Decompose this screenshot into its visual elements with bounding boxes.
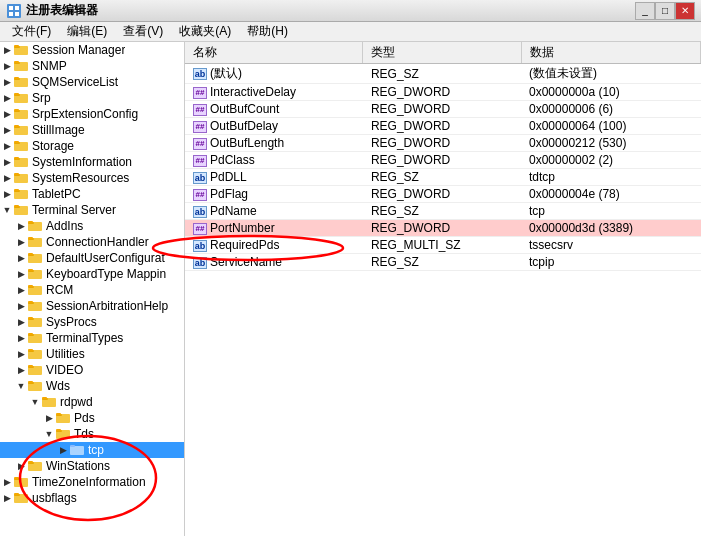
table-row[interactable]: ##InteractiveDelay REG_DWORD 0x0000000a … [185,84,701,101]
tree-item-terminaltypes[interactable]: ▶ TerminalTypes [0,330,184,346]
reg-name: ##PdFlag [185,186,363,203]
menu-view[interactable]: 查看(V) [115,22,171,41]
reg-name: ab(默认) [185,64,363,84]
table-row[interactable]: abPdName REG_SZ tcp [185,203,701,220]
tree-item-defaultuserconfig[interactable]: ▶ DefaultUserConfigurat [0,250,184,266]
tree-arrow-utilities[interactable]: ▶ [14,349,28,359]
table-row[interactable]: ab(默认) REG_SZ (数值未设置) [185,64,701,84]
table-row[interactable]: ##OutBufCount REG_DWORD 0x00000006 (6) [185,101,701,118]
tree-arrow-rdpwd[interactable]: ▼ [28,397,42,407]
menu-edit[interactable]: 编辑(E) [59,22,115,41]
svg-rect-37 [14,205,19,207]
tree-panel[interactable]: ▶ Session Manager▶ SNMP▶ SQMServiceList▶… [0,42,185,536]
tree-arrow-systemresources[interactable]: ▶ [0,173,14,183]
tree-arrow-systeminformation[interactable]: ▶ [0,157,14,167]
tree-arrow-timezoneinformation[interactable]: ▶ [0,477,14,487]
svg-rect-91 [14,493,19,495]
tree-arrow-srp[interactable]: ▶ [0,93,14,103]
table-row[interactable]: abRequiredPds REG_MULTI_SZ tssecsrv [185,237,701,254]
folder-icon-sysprocs [28,315,44,329]
tree-arrow-defaultuserconfig[interactable]: ▶ [14,253,28,263]
svg-rect-22 [14,125,19,127]
tree-item-rdpwd[interactable]: ▼ rdpwd [0,394,184,410]
tree-arrow-tcp[interactable]: ▶ [56,445,70,455]
tree-item-winstations[interactable]: ▶ WinStations [0,458,184,474]
tree-arrow-addins[interactable]: ▶ [14,221,28,231]
tree-item-tds[interactable]: ▼ Tds [0,426,184,442]
tree-item-systemresources[interactable]: ▶ SystemResources [0,170,184,186]
reg-name: ##OutBufCount [185,101,363,118]
tree-item-sysprocs[interactable]: ▶ SysProcs [0,314,184,330]
table-row[interactable]: ##OutBufLength REG_DWORD 0x00000212 (530… [185,135,701,152]
tree-arrow-rcm[interactable]: ▶ [14,285,28,295]
tree-arrow-winstations[interactable]: ▶ [14,461,28,471]
table-row[interactable]: ##PdFlag REG_DWORD 0x0000004e (78) [185,186,701,203]
tree-arrow-srpextensionconfig[interactable]: ▶ [0,109,14,119]
folder-icon-systemresources [14,171,30,185]
table-row[interactable]: ##PdClass REG_DWORD 0x00000002 (2) [185,152,701,169]
tree-arrow-snmp[interactable]: ▶ [0,61,14,71]
dword-icon: ## [193,189,207,201]
tree-item-terminal-server[interactable]: ▼ Terminal Server [0,202,184,218]
tree-label-connectionhandler: ConnectionHandler [46,235,149,249]
tree-item-stillimage[interactable]: ▶ StillImage [0,122,184,138]
tree-item-storage[interactable]: ▶ Storage [0,138,184,154]
tree-item-rcm[interactable]: ▶ RCM [0,282,184,298]
dword-icon: ## [193,138,207,150]
tree-item-timezoneinformation[interactable]: ▶ TimeZoneInformation [0,474,184,490]
tree-item-addins[interactable]: ▶ AddIns [0,218,184,234]
minimize-button[interactable]: _ [635,2,655,20]
table-row[interactable]: abPdDLL REG_SZ tdtcp [185,169,701,186]
menu-favorites[interactable]: 收藏夹(A) [171,22,239,41]
table-row[interactable]: ##OutBufDelay REG_DWORD 0x00000064 (100) [185,118,701,135]
svg-rect-73 [42,397,47,399]
tree-arrow-usbflags[interactable]: ▶ [0,493,14,503]
tree-arrow-tabletpc[interactable]: ▶ [0,189,14,199]
folder-icon-systeminformation [14,155,30,169]
ab-icon: ab [193,172,207,184]
folder-icon-session-manager [14,43,30,57]
close-button[interactable]: ✕ [675,2,695,20]
tree-arrow-stillimage[interactable]: ▶ [0,125,14,135]
tree-item-connectionhandler[interactable]: ▶ ConnectionHandler [0,234,184,250]
tree-arrow-video[interactable]: ▶ [14,365,28,375]
tree-arrow-terminaltypes[interactable]: ▶ [14,333,28,343]
tree-item-keyboardtype[interactable]: ▶ KeyboardType Mappin [0,266,184,282]
maximize-button[interactable]: □ [655,2,675,20]
tree-arrow-keyboardtype[interactable]: ▶ [14,269,28,279]
tree-item-utilities[interactable]: ▶ Utilities [0,346,184,362]
tree-arrow-tds[interactable]: ▼ [42,429,56,439]
tree-arrow-sysprocs[interactable]: ▶ [14,317,28,327]
svg-rect-46 [28,253,33,255]
reg-name: ##PortNumber [185,220,363,237]
tree-item-wds[interactable]: ▼ Wds [0,378,184,394]
tree-item-video[interactable]: ▶ VIDEO [0,362,184,378]
tree-item-srp[interactable]: ▶ Srp [0,90,184,106]
table-row[interactable]: abServiceName REG_SZ tcpip [185,254,701,271]
tree-item-snmp[interactable]: ▶ SNMP [0,58,184,74]
tree-arrow-session-manager[interactable]: ▶ [0,45,14,55]
tree-item-usbflags[interactable]: ▶ usbflags [0,490,184,506]
tree-item-sessionarbitration[interactable]: ▶ SessionArbitrationHelp [0,298,184,314]
tree-arrow-wds[interactable]: ▼ [14,381,28,391]
tree-item-session-manager[interactable]: ▶ Session Manager [0,42,184,58]
tree-arrow-connectionhandler[interactable]: ▶ [14,237,28,247]
tree-item-systeminformation[interactable]: ▶ SystemInformation [0,154,184,170]
tree-arrow-pds[interactable]: ▶ [42,413,56,423]
tree-item-sqmservicelist[interactable]: ▶ SQMServiceList [0,74,184,90]
tree-item-srpextensionconfig[interactable]: ▶ SrpExtensionConfig [0,106,184,122]
tree-arrow-sessionarbitration[interactable]: ▶ [14,301,28,311]
menu-help[interactable]: 帮助(H) [239,22,296,41]
tree-item-pds[interactable]: ▶ Pds [0,410,184,426]
tree-item-tabletpc[interactable]: ▶ TabletPC [0,186,184,202]
tree-arrow-terminal-server[interactable]: ▼ [0,205,14,215]
menu-file[interactable]: 文件(F) [4,22,59,41]
tree-item-tcp[interactable]: ▶ tcp [0,442,184,458]
tree-arrow-storage[interactable]: ▶ [0,141,14,151]
table-row[interactable]: ##PortNumber REG_DWORD 0x00000d3d (3389) [185,220,701,237]
svg-rect-1 [9,6,13,10]
svg-rect-19 [14,109,19,111]
dword-icon: ## [193,87,207,99]
tree-arrow-sqmservicelist[interactable]: ▶ [0,77,14,87]
app-icon [6,3,22,19]
